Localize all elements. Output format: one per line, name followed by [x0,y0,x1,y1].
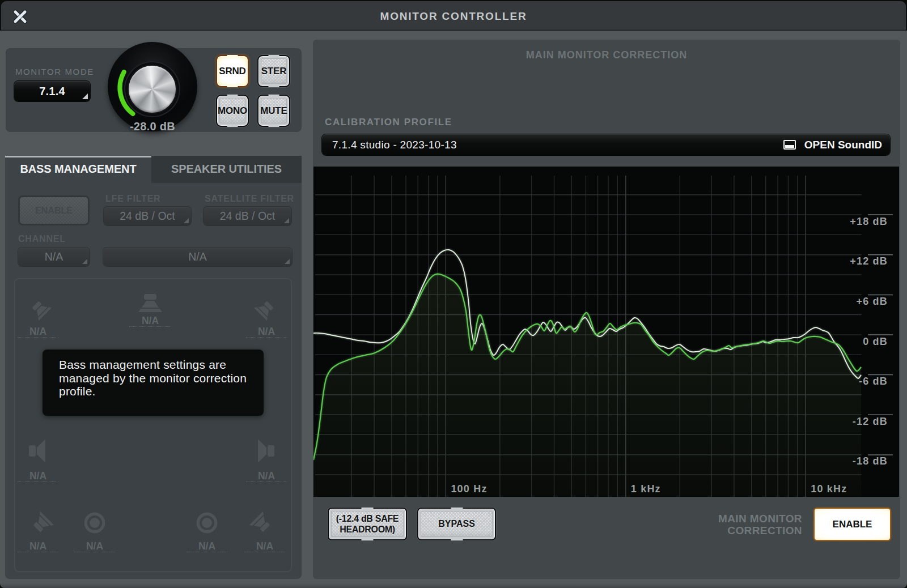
svg-text:-6 dB: -6 dB [859,376,888,387]
svg-text:+6 dB: +6 dB [856,296,888,307]
svg-text:+12 dB: +12 dB [850,255,888,267]
svg-text:0 dB: 0 dB [863,336,888,347]
svg-text:+18 dB: +18 dB [850,216,888,227]
